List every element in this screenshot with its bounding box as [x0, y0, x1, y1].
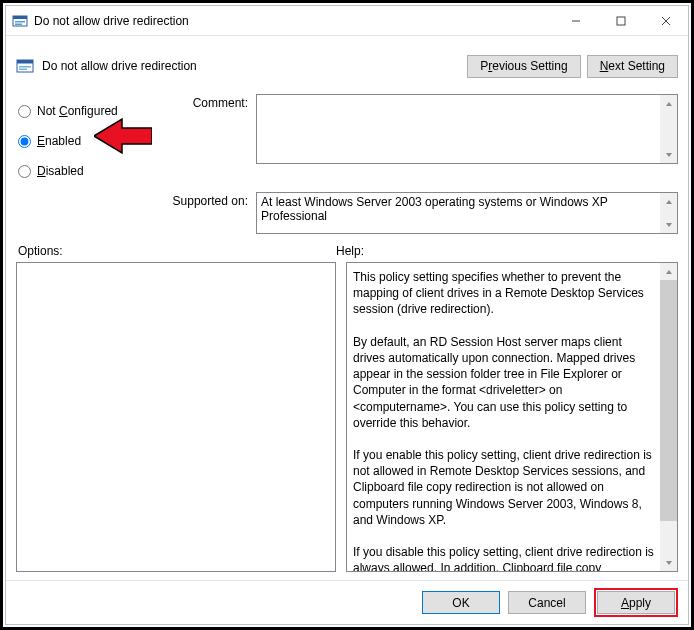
annotation-highlight: Apply [594, 588, 678, 617]
options-panel [16, 262, 336, 572]
radio-disabled-input[interactable] [18, 165, 31, 178]
ok-button[interactable]: OK [422, 591, 500, 614]
svg-rect-8 [19, 69, 27, 71]
supported-label: Supported on: [156, 192, 256, 234]
svg-rect-7 [19, 66, 31, 68]
radio-not-configured-input[interactable] [18, 105, 31, 118]
section-labels: Options: Help: [16, 244, 678, 258]
help-text: This policy setting specifies whether to… [353, 269, 657, 572]
scroll-down-icon[interactable] [660, 216, 677, 233]
previous-setting-button[interactable]: Previous Setting [467, 55, 580, 78]
supported-scrollbar[interactable] [660, 193, 677, 233]
comment-scrollbar[interactable] [660, 95, 677, 163]
help-scrollbar[interactable] [660, 263, 677, 571]
policy-window-icon [12, 13, 28, 29]
svg-rect-4 [617, 17, 625, 25]
minimize-button[interactable] [553, 6, 598, 35]
supported-on-box: At least Windows Server 2003 operating s… [256, 192, 678, 234]
annotation-arrow-icon [94, 117, 152, 155]
state-comment-row: Not Configured Enabled Disabled Comment: [16, 94, 678, 186]
scroll-down-icon[interactable] [660, 146, 677, 163]
dialog-window: Do not allow drive redirection [5, 5, 689, 625]
scroll-thumb[interactable] [660, 280, 677, 521]
svg-rect-2 [15, 21, 25, 23]
maximize-button[interactable] [598, 6, 643, 35]
scroll-up-icon[interactable] [660, 193, 677, 210]
panels-row: This policy setting specifies whether to… [16, 262, 678, 580]
options-label: Options: [16, 244, 336, 258]
svg-marker-9 [94, 119, 152, 153]
apply-button[interactable]: Apply [597, 591, 675, 614]
close-button[interactable] [643, 6, 688, 35]
screenshot-frame: Do not allow drive redirection [0, 0, 694, 630]
svg-rect-6 [17, 60, 33, 64]
scroll-up-icon[interactable] [660, 95, 677, 112]
policy-title: Do not allow drive redirection [42, 59, 467, 73]
cancel-button[interactable]: Cancel [508, 591, 586, 614]
header-row: Do not allow drive redirection Previous … [16, 46, 678, 86]
supported-row: Supported on: At least Windows Server 20… [16, 192, 678, 234]
dialog-footer: OK Cancel Apply [6, 580, 688, 624]
policy-icon [16, 57, 34, 75]
supported-on-value: At least Windows Server 2003 operating s… [261, 195, 608, 223]
svg-rect-3 [15, 23, 22, 25]
titlebar: Do not allow drive redirection [6, 6, 688, 36]
comment-textarea[interactable] [256, 94, 678, 164]
dialog-body: Do not allow drive redirection Previous … [6, 36, 688, 580]
next-setting-button[interactable]: Next Setting [587, 55, 678, 78]
help-label: Help: [336, 244, 678, 258]
radio-enabled-input[interactable] [18, 135, 31, 148]
scroll-down-icon[interactable] [660, 554, 677, 571]
help-panel: This policy setting specifies whether to… [346, 262, 678, 572]
radio-disabled[interactable]: Disabled [16, 156, 156, 186]
svg-rect-1 [13, 16, 27, 19]
window-title: Do not allow drive redirection [34, 14, 553, 28]
scroll-up-icon[interactable] [660, 263, 677, 280]
caption-buttons [553, 6, 688, 35]
scroll-track[interactable] [660, 280, 677, 554]
state-radios: Not Configured Enabled Disabled [16, 94, 156, 186]
comment-label: Comment: [156, 94, 256, 186]
